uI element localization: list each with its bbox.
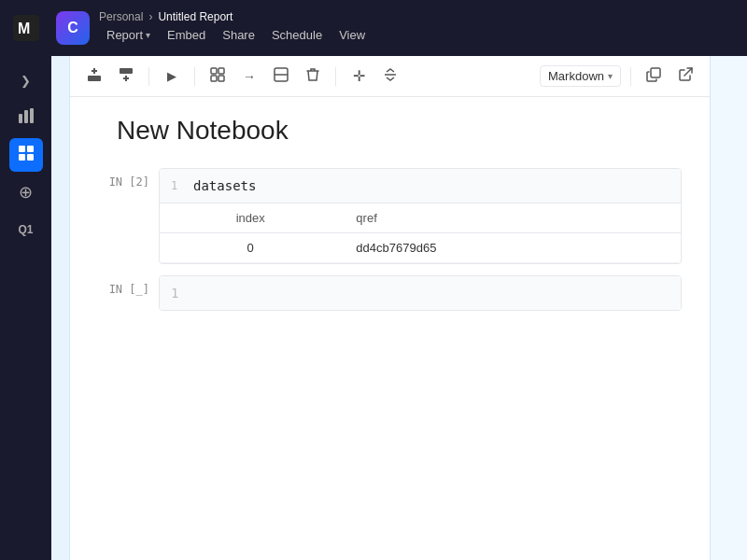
breadcrumb-arrow: ›: [148, 10, 152, 23]
collapse-sidebar-btn[interactable]: ❯: [9, 63, 43, 97]
cell-type-dropdown[interactable]: Markdown ▾: [540, 65, 621, 87]
svg-rect-6: [27, 146, 34, 152]
svg-rect-17: [211, 76, 217, 81]
collapse-icon2: [383, 67, 398, 85]
svg-line-23: [684, 68, 692, 76]
cell-1: IN [2] 1 datasets index qref: [98, 168, 682, 264]
cell-1-in-label: IN [2]: [98, 168, 159, 189]
sep2: [194, 67, 195, 86]
cell-index-0: 0: [160, 233, 341, 263]
cell-1-body[interactable]: 1 datasets index qref: [159, 168, 682, 264]
svg-rect-12: [120, 68, 133, 74]
nav-share[interactable]: Share: [215, 24, 262, 46]
toolbar: ▶ →: [70, 56, 710, 97]
chart-icon: [18, 107, 35, 128]
main-area: ❯ ⊕ Q1: [0, 56, 747, 560]
svg-text:M: M: [18, 21, 30, 36]
cell-2-body[interactable]: 1: [159, 275, 682, 311]
cell-2-input[interactable]: 1: [160, 276, 681, 310]
cell-output-button[interactable]: [268, 63, 294, 90]
notebook-content: New Notebook IN [2] 1 datasets index: [70, 97, 710, 560]
cell-1-code: datasets: [193, 178, 256, 193]
sep3: [335, 67, 336, 86]
svg-rect-9: [88, 76, 101, 81]
svg-rect-8: [27, 154, 34, 161]
add-above-button[interactable]: [81, 63, 107, 90]
svg-rect-4: [30, 108, 34, 123]
run-icon: ▶: [167, 69, 176, 83]
nav-report[interactable]: Report ▾: [99, 24, 158, 46]
add-below-button[interactable]: [113, 63, 139, 90]
cell-qref-0: dd4cb7679d65: [341, 233, 681, 263]
svg-rect-22: [651, 68, 660, 77]
dropdown-label: Markdown: [548, 69, 604, 83]
svg-rect-18: [218, 76, 224, 81]
dropdown-chevron-icon: ▾: [608, 71, 613, 81]
add-below-icon: [119, 67, 134, 85]
chevron-down-icon: ▾: [146, 30, 150, 40]
notebook-area: ▶ →: [70, 56, 710, 560]
nav-schedule[interactable]: Schedule: [264, 24, 330, 46]
chart-sidebar-btn[interactable]: [9, 101, 43, 134]
cell-2: IN [_] 1: [98, 275, 682, 311]
cell-2-in-label: IN [_]: [98, 275, 159, 296]
cell-1-input[interactable]: 1 datasets: [160, 169, 681, 203]
collapse-icon: ❯: [21, 74, 31, 88]
copy-button[interactable]: [641, 63, 667, 90]
notebook-title: New Notebook: [98, 116, 682, 146]
col-qref: qref: [341, 203, 681, 233]
m-logo[interactable]: M: [11, 13, 41, 43]
add-above-icon: [87, 67, 102, 85]
delete-button[interactable]: [300, 63, 326, 90]
arrow-right-icon: →: [243, 69, 256, 84]
svg-rect-2: [19, 114, 22, 123]
svg-rect-15: [211, 68, 217, 74]
table-row: 0 dd4cb7679d65: [160, 233, 681, 263]
output-table: index qref 0 dd4cb7679d65: [160, 203, 681, 263]
block-sidebar-btn[interactable]: [9, 138, 43, 172]
breadcrumb: Personal › Untitled Report Report ▾ Embe…: [99, 10, 373, 46]
external-link-icon: [678, 67, 693, 85]
cell-type-icon: [210, 67, 225, 85]
workspace-label[interactable]: Personal: [99, 10, 143, 23]
sidebar2: [51, 56, 70, 560]
run-button[interactable]: ▶: [159, 63, 185, 90]
svg-rect-7: [19, 154, 25, 161]
q1-label: Q1: [18, 223, 33, 236]
nav-embed[interactable]: Embed: [160, 24, 213, 46]
report-name-label: Untitled Report: [158, 10, 233, 23]
cell-type-button[interactable]: [204, 63, 231, 90]
block-icon: [18, 145, 35, 165]
output-icon: [274, 67, 289, 85]
collapse-button[interactable]: [377, 63, 403, 90]
nav-view[interactable]: View: [331, 24, 373, 46]
right-panel: [710, 56, 747, 560]
trash-icon: [306, 67, 319, 85]
line-num-2: 1: [171, 286, 178, 301]
col-index: index: [160, 203, 341, 233]
top-bar: M C Personal › Untitled Report Report ▾ …: [0, 0, 747, 56]
sep1: [148, 67, 149, 86]
q1-sidebar-btn[interactable]: Q1: [9, 213, 43, 246]
expand-button[interactable]: ✛: [345, 63, 372, 90]
svg-rect-3: [24, 110, 28, 123]
app-icon[interactable]: C: [56, 11, 90, 45]
add-sidebar-btn[interactable]: ⊕: [9, 175, 43, 209]
plus-circle-icon: ⊕: [19, 182, 33, 203]
external-link-button[interactable]: [672, 63, 698, 90]
svg-rect-5: [19, 146, 25, 152]
svg-rect-16: [218, 68, 224, 74]
plus-icon: ✛: [353, 67, 365, 85]
copy-icon: [646, 67, 661, 85]
sep4: [630, 67, 631, 86]
cell-1-output: index qref 0 dd4cb7679d65: [160, 203, 681, 263]
move-right-button[interactable]: →: [236, 63, 262, 90]
left-sidebar: ❯ ⊕ Q1: [0, 56, 51, 560]
line-num: 1: [171, 179, 186, 192]
